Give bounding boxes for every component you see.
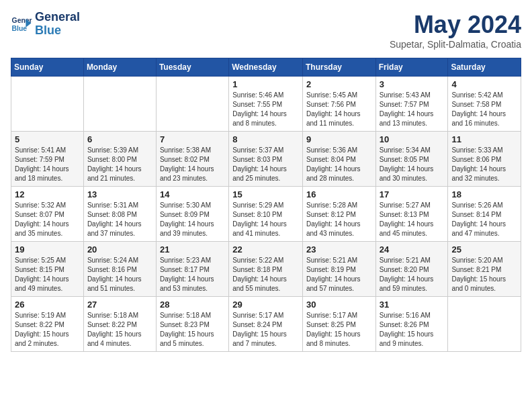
cell-info-text: Sunrise: 5:32 AMSunset: 8:07 PMDaylight:…: [15, 201, 80, 238]
month-title: May 2024: [390, 11, 521, 39]
cell-info-text: Sunrise: 5:22 AMSunset: 8:18 PMDaylight:…: [232, 256, 299, 293]
calendar-cell: 25Sunrise: 5:20 AMSunset: 8:21 PMDayligh…: [448, 242, 521, 297]
cell-info-text: Sunrise: 5:41 AMSunset: 7:59 PMDaylight:…: [15, 146, 80, 183]
cell-info-text: Sunrise: 5:43 AMSunset: 7:57 PMDaylight:…: [380, 91, 445, 128]
cell-info-text: Sunrise: 5:45 AMSunset: 7:56 PMDaylight:…: [306, 91, 372, 128]
cell-info-text: Sunrise: 5:17 AMSunset: 8:25 PMDaylight:…: [306, 311, 372, 349]
calendar-week-row: 5Sunrise: 5:41 AMSunset: 7:59 PMDaylight…: [11, 132, 521, 187]
calendar-cell: 24Sunrise: 5:21 AMSunset: 8:20 PMDayligh…: [375, 242, 448, 297]
cell-info-text: Sunrise: 5:30 AMSunset: 8:09 PMDaylight:…: [160, 201, 225, 238]
cell-info-text: Sunrise: 5:21 AMSunset: 8:20 PMDaylight:…: [380, 256, 445, 293]
logo-text-general: General: [35, 11, 80, 24]
weekday-header: Saturday: [448, 58, 521, 77]
weekday-row: SundayMondayTuesdayWednesdayThursdayFrid…: [11, 58, 521, 77]
cell-info-text: Sunrise: 5:19 AMSunset: 8:22 PMDaylight:…: [15, 311, 80, 349]
weekday-header: Friday: [375, 58, 448, 77]
calendar-cell: [11, 77, 84, 132]
cell-date-number: 9: [306, 134, 372, 144]
svg-text:Blue: Blue: [12, 24, 28, 32]
calendar-cell: 22Sunrise: 5:22 AMSunset: 8:18 PMDayligh…: [229, 242, 303, 297]
cell-date-number: 14: [160, 189, 225, 199]
calendar-cell: 28Sunrise: 5:18 AMSunset: 8:23 PMDayligh…: [156, 297, 228, 352]
calendar-cell: 18Sunrise: 5:26 AMSunset: 8:14 PMDayligh…: [448, 187, 521, 242]
calendar-cell: 2Sunrise: 5:45 AMSunset: 7:56 PMDaylight…: [302, 77, 375, 132]
calendar-cell: 3Sunrise: 5:43 AMSunset: 7:57 PMDaylight…: [375, 77, 448, 132]
cell-info-text: Sunrise: 5:28 AMSunset: 8:12 PMDaylight:…: [306, 201, 372, 238]
cell-date-number: 24: [380, 244, 445, 255]
calendar-cell: 26Sunrise: 5:19 AMSunset: 8:22 PMDayligh…: [11, 297, 84, 352]
calendar-cell: 30Sunrise: 5:17 AMSunset: 8:25 PMDayligh…: [302, 297, 375, 352]
cell-date-number: 27: [87, 300, 152, 310]
calendar-cell: 23Sunrise: 5:21 AMSunset: 8:19 PMDayligh…: [302, 242, 375, 297]
calendar-cell: 20Sunrise: 5:24 AMSunset: 8:16 PMDayligh…: [83, 242, 156, 297]
calendar-cell: 14Sunrise: 5:30 AMSunset: 8:09 PMDayligh…: [156, 187, 228, 242]
cell-date-number: 29: [232, 300, 299, 310]
title-area: May 2024 Supetar, Split-Dalmatia, Croati…: [390, 11, 521, 50]
calendar-week-row: 19Sunrise: 5:25 AMSunset: 8:15 PMDayligh…: [11, 242, 521, 297]
cell-info-text: Sunrise: 5:16 AMSunset: 8:26 PMDaylight:…: [380, 311, 445, 349]
calendar-cell: 29Sunrise: 5:17 AMSunset: 8:24 PMDayligh…: [229, 297, 303, 352]
calendar-cell: 31Sunrise: 5:16 AMSunset: 8:26 PMDayligh…: [375, 297, 448, 352]
calendar-cell: [448, 297, 521, 352]
location-subtitle: Supetar, Split-Dalmatia, Croatia: [390, 39, 521, 50]
calendar-cell: 27Sunrise: 5:18 AMSunset: 8:22 PMDayligh…: [83, 297, 156, 352]
calendar-table: SundayMondayTuesdayWednesdayThursdayFrid…: [11, 58, 521, 352]
cell-date-number: 8: [232, 134, 299, 144]
cell-date-number: 20: [87, 244, 152, 255]
cell-info-text: Sunrise: 5:26 AMSunset: 8:14 PMDaylight:…: [451, 201, 517, 238]
calendar-cell: [83, 77, 156, 132]
cell-date-number: 23: [306, 244, 372, 255]
calendar-cell: 15Sunrise: 5:29 AMSunset: 8:10 PMDayligh…: [229, 187, 303, 242]
logo-text-blue: Blue: [35, 24, 80, 38]
cell-date-number: 15: [232, 189, 299, 199]
cell-info-text: Sunrise: 5:18 AMSunset: 8:22 PMDaylight:…: [87, 311, 152, 349]
weekday-header: Monday: [83, 58, 156, 77]
calendar-week-row: 26Sunrise: 5:19 AMSunset: 8:22 PMDayligh…: [11, 297, 521, 352]
calendar-cell: 6Sunrise: 5:39 AMSunset: 8:00 PMDaylight…: [83, 132, 156, 187]
calendar-body: 1Sunrise: 5:46 AMSunset: 7:55 PMDaylight…: [11, 77, 521, 352]
cell-date-number: 5: [15, 134, 80, 144]
cell-date-number: 28: [160, 300, 225, 310]
calendar-cell: 12Sunrise: 5:32 AMSunset: 8:07 PMDayligh…: [11, 187, 84, 242]
cell-date-number: 25: [451, 244, 517, 255]
cell-info-text: Sunrise: 5:36 AMSunset: 8:04 PMDaylight:…: [306, 146, 372, 183]
calendar-header: SundayMondayTuesdayWednesdayThursdayFrid…: [11, 58, 521, 77]
cell-info-text: Sunrise: 5:21 AMSunset: 8:19 PMDaylight:…: [306, 256, 372, 293]
cell-date-number: 19: [15, 244, 80, 255]
calendar-cell: 7Sunrise: 5:38 AMSunset: 8:02 PMDaylight…: [156, 132, 228, 187]
cell-date-number: 31: [380, 300, 445, 310]
cell-info-text: Sunrise: 5:29 AMSunset: 8:10 PMDaylight:…: [232, 201, 299, 238]
cell-info-text: Sunrise: 5:33 AMSunset: 8:06 PMDaylight:…: [451, 146, 517, 183]
logo-icon: General Blue: [11, 13, 32, 35]
cell-date-number: 13: [87, 189, 152, 199]
cell-info-text: Sunrise: 5:18 AMSunset: 8:23 PMDaylight:…: [160, 311, 225, 349]
cell-info-text: Sunrise: 5:46 AMSunset: 7:55 PMDaylight:…: [232, 91, 299, 128]
cell-info-text: Sunrise: 5:25 AMSunset: 8:15 PMDaylight:…: [15, 256, 80, 293]
cell-info-text: Sunrise: 5:24 AMSunset: 8:16 PMDaylight:…: [87, 256, 152, 293]
cell-info-text: Sunrise: 5:38 AMSunset: 8:02 PMDaylight:…: [160, 146, 225, 183]
cell-date-number: 1: [232, 79, 299, 89]
calendar-cell: 16Sunrise: 5:28 AMSunset: 8:12 PMDayligh…: [302, 187, 375, 242]
cell-date-number: 21: [160, 244, 225, 255]
cell-date-number: 2: [306, 79, 372, 89]
calendar-cell: 19Sunrise: 5:25 AMSunset: 8:15 PMDayligh…: [11, 242, 84, 297]
cell-date-number: 17: [380, 189, 445, 199]
cell-date-number: 3: [380, 79, 445, 89]
cell-info-text: Sunrise: 5:31 AMSunset: 8:08 PMDaylight:…: [87, 201, 152, 238]
cell-date-number: 22: [232, 244, 299, 255]
logo: General Blue General Blue: [11, 11, 80, 38]
weekday-header: Tuesday: [156, 58, 228, 77]
cell-date-number: 4: [451, 79, 517, 89]
cell-info-text: Sunrise: 5:42 AMSunset: 7:58 PMDaylight:…: [451, 91, 517, 128]
cell-date-number: 30: [306, 300, 372, 310]
page-header: General Blue General Blue May 2024 Supet…: [11, 11, 521, 50]
cell-date-number: 6: [87, 134, 152, 144]
cell-date-number: 26: [15, 300, 80, 310]
calendar-week-row: 12Sunrise: 5:32 AMSunset: 8:07 PMDayligh…: [11, 187, 521, 242]
weekday-header: Thursday: [302, 58, 375, 77]
cell-info-text: Sunrise: 5:17 AMSunset: 8:24 PMDaylight:…: [232, 311, 299, 349]
cell-date-number: 11: [451, 134, 517, 144]
cell-info-text: Sunrise: 5:37 AMSunset: 8:03 PMDaylight:…: [232, 146, 299, 183]
cell-info-text: Sunrise: 5:39 AMSunset: 8:00 PMDaylight:…: [87, 146, 152, 183]
weekday-header: Sunday: [11, 58, 84, 77]
